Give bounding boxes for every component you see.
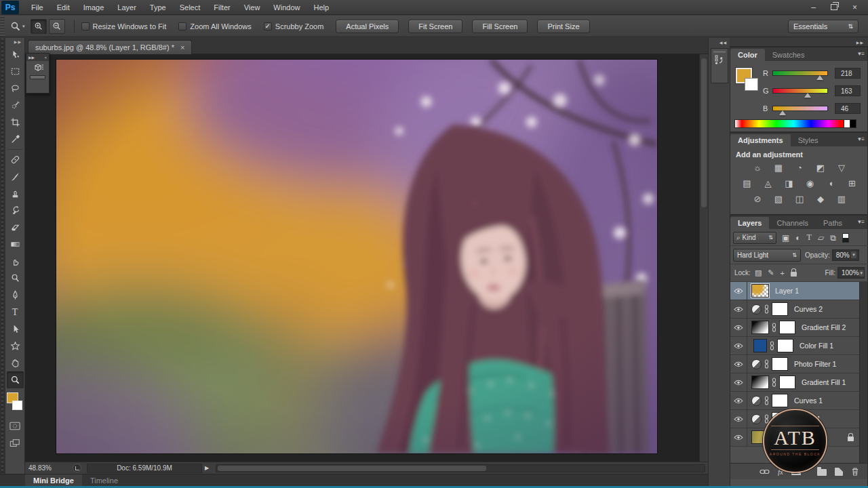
layer-mask-thumbnail[interactable]: [772, 394, 788, 407]
layer-row-curves-1[interactable]: Curves 1: [730, 392, 859, 410]
canvas-pasteboard[interactable]: [25, 54, 699, 462]
layer-row-curves-2[interactable]: Curves 2: [730, 300, 859, 319]
zoom-all-windows-checkbox[interactable]: Zoom All Windows: [178, 22, 251, 30]
tab-timeline[interactable]: Timeline: [82, 474, 126, 487]
new-group-icon[interactable]: [817, 469, 827, 476]
layer-name[interactable]: Gradient Fill 2: [802, 323, 846, 331]
fill-field[interactable]: 100% ▾: [837, 267, 865, 279]
tool-path-selection[interactable]: [7, 321, 24, 338]
tab-swatches[interactable]: Swatches: [765, 49, 812, 61]
gradient-map-icon[interactable]: ◆: [814, 194, 827, 205]
filter-type-layers-icon[interactable]: T: [807, 232, 812, 243]
tab-mini-bridge[interactable]: Mini Bridge: [25, 474, 82, 487]
menu-help[interactable]: Help: [307, 0, 336, 15]
current-tool-badge[interactable]: ▾: [5, 21, 31, 32]
layer-name[interactable]: Curves 1: [794, 396, 823, 405]
print-size-button[interactable]: Print Size: [537, 20, 589, 33]
visibility-toggle[interactable]: [730, 428, 747, 446]
filter-adjustment-layers-icon[interactable]: ◐: [795, 233, 800, 243]
canvas-image[interactable]: [56, 60, 657, 453]
background-color-swatch[interactable]: [12, 401, 22, 410]
tab-close-icon[interactable]: ×: [180, 43, 184, 52]
b-slider[interactable]: [772, 106, 828, 111]
filter-shape-layers-icon[interactable]: ▱: [818, 233, 824, 243]
dock-expand-icon[interactable]: ◀◀: [709, 38, 730, 45]
g-slider[interactable]: [772, 88, 828, 94]
link-layers-icon[interactable]: [760, 469, 770, 474]
tool-dodge[interactable]: [7, 270, 24, 287]
screen-mode-button[interactable]: [7, 437, 22, 449]
tool-spot-healing-brush[interactable]: [7, 151, 24, 168]
cube-icon[interactable]: [32, 63, 44, 74]
tool-quick-selection[interactable]: [7, 97, 24, 114]
menu-filter[interactable]: Filter: [207, 0, 237, 15]
document-tab[interactable]: suburbs.jpg @ 48.8% (Layer 1, RGB/8#) * …: [28, 40, 192, 54]
levels-icon[interactable]: ▦: [772, 163, 785, 174]
layer-thumbnail[interactable]: [751, 321, 769, 334]
layer-mask-thumbnail[interactable]: [779, 321, 795, 334]
layer-row-layer-1[interactable]: Layer 1: [730, 282, 859, 300]
color-balance-icon[interactable]: ◬: [762, 178, 775, 189]
workspace-switcher[interactable]: Essentials ⇅: [788, 20, 859, 33]
status-clock-icon[interactable]: [73, 464, 81, 472]
resize-windows-checkbox[interactable]: Resize Windows to Fit: [81, 22, 167, 30]
visibility-toggle[interactable]: [730, 319, 747, 336]
layer-name[interactable]: Gradient Fill 1: [802, 378, 846, 386]
tab-styles[interactable]: Styles: [791, 134, 826, 146]
history-panel-collapsed[interactable]: [711, 48, 728, 83]
panel-close-icon[interactable]: ×: [44, 56, 47, 60]
menu-layer[interactable]: Layer: [111, 0, 143, 15]
restore-button[interactable]: [831, 4, 837, 10]
menu-type[interactable]: Type: [143, 0, 173, 15]
minimize-button[interactable]: –: [811, 3, 816, 12]
invert-icon[interactable]: ⊘: [751, 194, 764, 205]
b-value-field[interactable]: 46: [835, 103, 861, 114]
panel-menu-icon[interactable]: ▼≡: [856, 136, 864, 142]
tool-history-brush[interactable]: [7, 202, 24, 219]
quick-mask-button[interactable]: [7, 420, 22, 432]
channel-mixer-icon[interactable]: ◖: [825, 178, 838, 189]
panel-menu-icon[interactable]: ▼≡: [856, 51, 864, 57]
delete-layer-icon[interactable]: [851, 467, 859, 476]
visibility-toggle[interactable]: [730, 282, 747, 300]
color-spectrum-ramp[interactable]: [734, 119, 856, 128]
tool-gradient[interactable]: [7, 236, 24, 253]
tool-eyedropper[interactable]: [7, 131, 24, 148]
tool-clone-stamp[interactable]: [7, 185, 24, 202]
panel-expand-icon[interactable]: ▶▶: [28, 55, 35, 60]
dock-collapse-icon[interactable]: ▶▶: [856, 40, 864, 45]
scrubby-zoom-checkbox[interactable]: ✓ Scrubby Zoom: [264, 22, 324, 30]
lock-position-icon[interactable]: +: [781, 269, 785, 277]
layer-mask-thumbnail[interactable]: [777, 339, 793, 352]
brightness-contrast-icon[interactable]: ☼: [751, 163, 764, 174]
opacity-field[interactable]: 80% ▾: [832, 249, 859, 261]
tool-pen[interactable]: [7, 287, 24, 304]
visibility-toggle[interactable]: [730, 373, 747, 391]
menu-select[interactable]: Select: [173, 0, 208, 15]
layer-thumbnail[interactable]: [753, 339, 767, 352]
visibility-toggle[interactable]: [730, 392, 747, 409]
lock-transparent-pixels-icon[interactable]: ▨: [755, 268, 762, 277]
layer-thumbnail[interactable]: [751, 284, 769, 298]
menu-view[interactable]: View: [237, 0, 267, 15]
tool-preset-dropdown-icon[interactable]: ▾: [22, 24, 25, 29]
tool-move[interactable]: [7, 46, 24, 63]
layer-mask-thumbnail[interactable]: [772, 302, 788, 316]
layer-row-gradient-fill-1[interactable]: Gradient Fill 1: [730, 373, 859, 392]
floating-panel[interactable]: ▶▶ ×: [26, 53, 50, 94]
visibility-toggle[interactable]: [730, 337, 747, 354]
layer-row-color-fill-1[interactable]: Color Fill 1: [730, 337, 859, 355]
layer-mask-thumbnail[interactable]: [779, 375, 795, 389]
visibility-toggle[interactable]: [730, 410, 747, 428]
tool-lasso[interactable]: [7, 80, 24, 97]
fill-screen-button[interactable]: Fill Screen: [472, 20, 528, 33]
selective-color-icon[interactable]: ▥: [835, 194, 848, 205]
tool-hand[interactable]: [7, 354, 24, 371]
panel-menu-icon[interactable]: ▼≡: [856, 219, 864, 225]
zoom-in-button[interactable]: [31, 19, 47, 34]
dropdown-icon[interactable]: ▾: [851, 251, 856, 258]
color-swatches-control[interactable]: [7, 392, 24, 414]
actual-pixels-button[interactable]: Actual Pixels: [336, 20, 399, 33]
hue-saturation-icon[interactable]: ▤: [741, 178, 754, 189]
g-value-field[interactable]: 163: [835, 85, 861, 96]
